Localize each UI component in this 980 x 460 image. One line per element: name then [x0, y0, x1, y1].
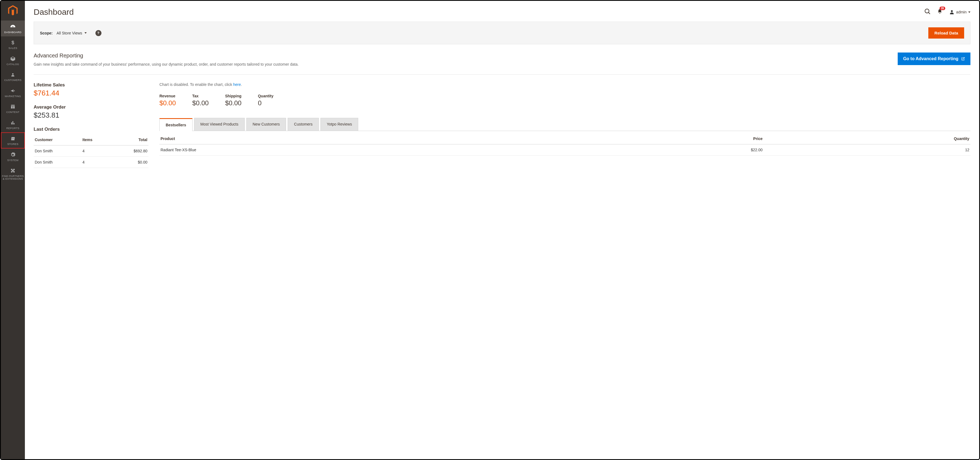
shipping-value: $0.00 [225, 99, 242, 107]
nav-label: SALES [8, 47, 17, 49]
scope-select[interactable]: All Store Views [57, 31, 87, 35]
notifications-button[interactable]: 39 [937, 8, 943, 16]
table-row[interactable]: Don Smith 4 $0.00 [33, 157, 148, 168]
chart-disabled-msg: Chart is disabled. To enable the chart, … [159, 82, 970, 87]
advanced-reporting-desc: Gain new insights and take command of yo… [33, 62, 299, 67]
chevron-down-icon [968, 11, 970, 13]
cell-total: $692.80 [110, 145, 148, 157]
last-orders-table: Customer Items Total Don Smith 4 $692.80… [33, 134, 148, 168]
sidebar: DASHBOARD $ SALES CATALOG CUSTOMERS MARK… [1, 1, 25, 459]
cell-customer: Don Smith [33, 157, 81, 168]
search-button[interactable] [924, 8, 931, 16]
magento-logo[interactable] [1, 1, 25, 21]
nav-stores[interactable]: STORES [1, 132, 25, 148]
quantity-value: 0 [258, 99, 274, 107]
user-menu[interactable]: admin [949, 9, 970, 15]
col-customer: Customer [33, 134, 81, 145]
table-row[interactable]: Don Smith 4 $692.80 [33, 145, 148, 157]
cell-items: 4 [81, 145, 110, 157]
nav-label: MARKETING [5, 95, 21, 98]
box-icon [10, 56, 16, 62]
cell-customer: Don Smith [33, 145, 81, 157]
external-link-icon [961, 57, 965, 61]
nav-find-partners[interactable]: FIND PARTNERS & EXTENSIONS [1, 164, 25, 183]
goto-advanced-reporting-button[interactable]: Go to Advanced Reporting [898, 53, 970, 65]
enable-chart-link[interactable]: here [233, 82, 241, 87]
nav-label: FIND PARTNERS & EXTENSIONS [2, 175, 24, 180]
col-product: Product [159, 133, 601, 145]
nav-label: CONTENT [6, 111, 19, 113]
button-label: Go to Advanced Reporting [903, 56, 958, 61]
tabs: Bestsellers Most Viewed Products New Cus… [159, 118, 970, 131]
nav-dashboard[interactable]: DASHBOARD [1, 21, 25, 37]
nav-catalog[interactable]: CATALOG [1, 53, 25, 68]
bar-chart-icon [10, 120, 16, 126]
cell-product: Radiant Tee-XS-Blue [159, 145, 601, 156]
nav-reports[interactable]: REPORTS [1, 116, 25, 132]
nav-marketing[interactable]: MARKETING [1, 84, 25, 100]
dollar-icon: $ [10, 40, 16, 46]
col-items: Items [81, 134, 110, 145]
table-row[interactable]: Radiant Tee-XS-Blue $22.00 12 [159, 145, 970, 156]
nav-sales[interactable]: $ SALES [1, 37, 25, 52]
scope-selected-value: All Store Views [57, 31, 82, 35]
quantity-label: Quantity [258, 94, 274, 98]
tab-new-customers[interactable]: New Customers [247, 118, 286, 131]
lifetime-sales-value: $761.44 [33, 89, 148, 97]
search-icon [924, 8, 931, 14]
lifetime-sales-label: Lifetime Sales [33, 82, 148, 88]
help-icon[interactable]: ? [95, 30, 102, 36]
revenue-label: Revenue [159, 94, 176, 98]
page-title: Dashboard [33, 7, 74, 17]
layout-icon [10, 103, 16, 110]
nav-customers[interactable]: CUSTOMERS [1, 68, 25, 84]
nav-label: CATALOG [6, 63, 19, 66]
user-icon [949, 9, 955, 15]
chevron-down-icon [84, 32, 87, 33]
cell-qty: 12 [764, 145, 970, 156]
gauge-icon [10, 24, 16, 30]
main-content: Dashboard 39 admin Scope: [25, 1, 979, 459]
nav-label: DASHBOARD [5, 31, 22, 33]
tab-customers[interactable]: Customers [288, 118, 319, 131]
col-price: Price [601, 133, 764, 145]
last-orders-title: Last Orders [33, 127, 148, 132]
col-qty: Quantity [764, 133, 970, 145]
svg-text:$: $ [11, 40, 14, 45]
user-name: admin [956, 10, 967, 14]
nav-label: CUSTOMERS [4, 79, 21, 81]
notification-badge: 39 [940, 6, 945, 10]
advanced-reporting-title: Advanced Reporting [33, 53, 299, 59]
cell-total: $0.00 [110, 157, 148, 168]
nav-label: STORES [7, 143, 19, 145]
revenue-value: $0.00 [159, 99, 176, 107]
tab-most-viewed[interactable]: Most Viewed Products [194, 118, 245, 131]
bestsellers-table: Product Price Quantity Radiant Tee-XS-Bl… [159, 133, 970, 156]
tab-yotpo-reviews[interactable]: Yotpo Reviews [320, 118, 358, 131]
shipping-label: Shipping [225, 94, 242, 98]
col-total: Total [110, 134, 148, 145]
reload-data-button[interactable]: Reload Data [928, 27, 964, 38]
tax-value: $0.00 [192, 99, 208, 107]
nav-label: REPORTS [6, 127, 19, 130]
puzzle-icon [10, 168, 16, 173]
scope-bar: Scope: All Store Views ? Reload Data [33, 22, 970, 44]
tab-bestsellers[interactable]: Bestsellers [159, 118, 192, 131]
tax-label: Tax [192, 94, 208, 98]
nav-content[interactable]: CONTENT [1, 100, 25, 116]
cell-price: $22.00 [601, 145, 764, 156]
average-order-value: $253.81 [33, 111, 148, 119]
nav-system[interactable]: SYSTEM [1, 148, 25, 164]
gear-icon [10, 152, 16, 158]
megaphone-icon [10, 88, 16, 94]
average-order-label: Average Order [33, 105, 148, 110]
cell-items: 4 [81, 157, 110, 168]
person-icon [10, 72, 16, 78]
storefront-icon [10, 136, 16, 142]
scope-label: Scope: [40, 31, 53, 35]
nav-label: SYSTEM [7, 159, 19, 162]
